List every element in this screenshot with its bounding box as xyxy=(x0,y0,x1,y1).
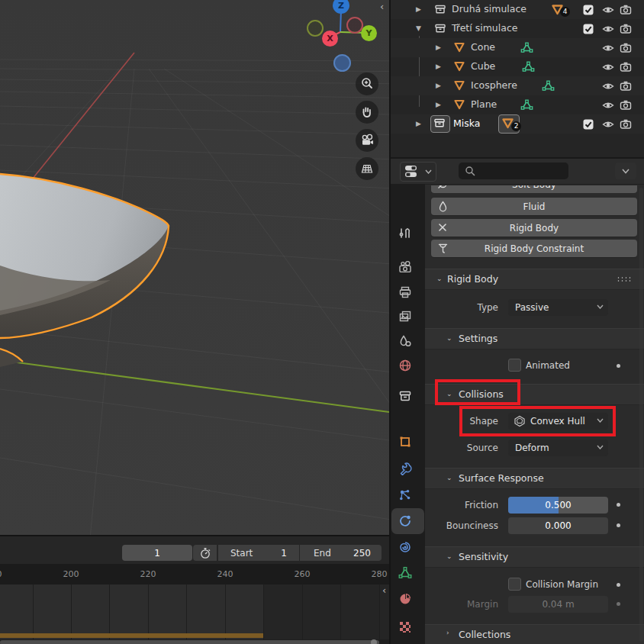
exclude-checkbox[interactable] xyxy=(583,5,594,15)
exclude-checkbox[interactable] xyxy=(583,119,594,130)
search-input[interactable] xyxy=(459,163,568,179)
tab-object[interactable] xyxy=(398,435,412,449)
object-label[interactable]: Plane xyxy=(471,98,497,110)
rigid-body-constraint-button[interactable]: Rigid Body Constraint xyxy=(431,240,637,257)
collapse-arrow-icon[interactable]: ▼ xyxy=(416,24,421,32)
camera-visibility-icon[interactable] xyxy=(620,81,632,91)
tab-output[interactable] xyxy=(398,285,412,299)
gizmo-neg-y-axis[interactable] xyxy=(307,20,324,37)
preview-range-button[interactable] xyxy=(193,545,217,561)
expand-arrow-icon[interactable]: ▶ xyxy=(436,43,441,51)
hide-eye-icon[interactable] xyxy=(602,82,614,91)
rigid-body-button[interactable]: Rigid Body xyxy=(431,219,637,237)
animate-property-dot[interactable] xyxy=(617,503,620,507)
object-label[interactable]: Icosphere xyxy=(471,79,517,91)
outliner-row-cone[interactable]: ▶ Cone xyxy=(391,38,644,57)
tab-world[interactable] xyxy=(398,359,412,372)
outliner-row-plane[interactable]: ▶ Plane xyxy=(391,95,644,114)
camera-view-button[interactable] xyxy=(356,129,378,152)
collections-panel-header[interactable]: › Collections xyxy=(425,624,644,644)
bowl-mesh-object[interactable] xyxy=(0,174,169,367)
animated-checkbox[interactable] xyxy=(508,359,521,372)
outliner-row-miska[interactable]: ▶ Miska 2 xyxy=(391,114,644,134)
pan-button[interactable] xyxy=(356,101,378,124)
header-menu-button[interactable] xyxy=(615,163,636,179)
collision-margin-checkbox[interactable] xyxy=(508,578,521,591)
timeline-collapse-arrow[interactable]: ‹ xyxy=(382,585,386,595)
camera-visibility-icon[interactable] xyxy=(620,100,632,110)
expand-arrow-icon[interactable]: ▶ xyxy=(436,101,441,108)
zoom-button[interactable] xyxy=(356,72,378,95)
hide-eye-icon[interactable] xyxy=(602,5,614,14)
outliner-row-druha-simulace[interactable]: ▶ Druhá simulace 4 xyxy=(391,0,644,19)
tab-physics[interactable] xyxy=(398,514,412,528)
friction-slider[interactable]: 0.500 xyxy=(508,497,608,514)
collection-label[interactable]: Třetí simulace xyxy=(452,22,517,34)
timeline-scrollbar[interactable] xyxy=(0,639,389,644)
outliner-row-treti-simulace[interactable]: ▼ Třetí simulace xyxy=(391,19,644,38)
margin-field-disabled[interactable]: 0.04 m xyxy=(508,596,608,613)
frame-end-field[interactable]: End 250 xyxy=(300,545,382,561)
hide-eye-icon[interactable] xyxy=(602,101,614,110)
animate-property-dot[interactable] xyxy=(617,523,620,527)
object-label[interactable]: Cube xyxy=(471,60,495,72)
outliner-row-cube[interactable]: ▶ Cube xyxy=(391,57,644,76)
soft-body-button[interactable]: Soft Body xyxy=(431,185,637,193)
expand-arrow-icon[interactable]: ▶ xyxy=(416,5,421,13)
timeline-scrollbar-thumb[interactable] xyxy=(0,640,379,644)
tab-view-layer[interactable] xyxy=(398,310,412,324)
soft-body-button-clipped[interactable]: Soft Body xyxy=(431,185,637,193)
collection-label[interactable]: Miska xyxy=(453,118,480,129)
animate-property-dot[interactable] xyxy=(617,364,620,368)
surface-response-subpanel-header[interactable]: ⌄ Surface Response xyxy=(425,468,644,488)
viewport-collapse-arrow[interactable]: ‹ xyxy=(380,2,384,11)
gizmo-neg-x-axis[interactable] xyxy=(346,17,363,34)
animate-property-dot[interactable] xyxy=(617,602,620,606)
timeline-scrollbar-knob[interactable] xyxy=(371,639,377,644)
source-dropdown[interactable]: Deform xyxy=(508,440,608,456)
outliner-row-icosphere[interactable]: ▶ Icosphere xyxy=(391,76,644,95)
tab-particles[interactable] xyxy=(398,488,412,502)
perspective-toggle-button[interactable] xyxy=(356,157,378,180)
camera-visibility-icon[interactable] xyxy=(620,119,632,129)
camera-visibility-icon[interactable] xyxy=(620,24,632,34)
rigid-body-panel-header[interactable]: ⌄ Rigid Body xyxy=(425,269,644,289)
tab-tool[interactable] xyxy=(398,227,412,240)
camera-visibility-icon[interactable] xyxy=(620,43,632,53)
timeline-ruler[interactable]: 180 200 220 240 260 280 xyxy=(0,564,389,584)
properties-scrollbar[interactable] xyxy=(639,188,643,642)
hide-eye-icon[interactable] xyxy=(602,63,614,72)
gizmo-x-axis[interactable]: X xyxy=(322,31,338,47)
fluid-button[interactable]: Fluid xyxy=(431,198,637,215)
tab-texture[interactable] xyxy=(398,620,412,634)
expand-arrow-icon[interactable]: ▶ xyxy=(436,63,441,70)
tab-constraints[interactable] xyxy=(398,540,412,554)
animate-property-dot[interactable] xyxy=(617,583,620,587)
hide-eye-icon[interactable] xyxy=(602,120,614,129)
tab-modifiers[interactable] xyxy=(398,462,412,475)
hide-eye-icon[interactable] xyxy=(602,43,614,53)
bounciness-slider[interactable]: 0.000 xyxy=(508,517,608,534)
gizmo-neg-z-axis[interactable] xyxy=(333,54,351,72)
editor-type-button[interactable] xyxy=(400,162,436,182)
expand-arrow-icon[interactable]: ▶ xyxy=(416,120,421,127)
tab-collection[interactable] xyxy=(398,389,412,403)
exclude-checkbox[interactable] xyxy=(583,24,594,34)
tab-material[interactable] xyxy=(398,592,412,606)
tab-object-data[interactable] xyxy=(398,566,412,580)
expand-arrow-icon[interactable]: ▶ xyxy=(436,82,441,89)
object-label[interactable]: Cone xyxy=(471,41,495,53)
tab-render[interactable] xyxy=(398,260,412,274)
camera-visibility-icon[interactable] xyxy=(620,5,632,14)
gizmo-y-axis[interactable]: Y xyxy=(361,25,377,41)
3d-viewport[interactable]: Z X Y xyxy=(0,0,389,535)
tab-scene[interactable] xyxy=(398,334,412,348)
settings-subpanel-header[interactable]: ⌄ Settings xyxy=(425,328,644,349)
current-frame-field[interactable]: 1 xyxy=(122,545,192,561)
sensitivity-subpanel-header[interactable]: ⌄ Sensitivity xyxy=(425,546,644,567)
camera-visibility-icon[interactable] xyxy=(620,62,632,72)
type-dropdown[interactable]: Passive xyxy=(508,299,608,316)
frame-start-field[interactable]: Start 1 xyxy=(218,545,299,561)
collection-label[interactable]: Druhá simulace xyxy=(452,3,526,14)
timeline-tracks[interactable] xyxy=(0,584,389,639)
